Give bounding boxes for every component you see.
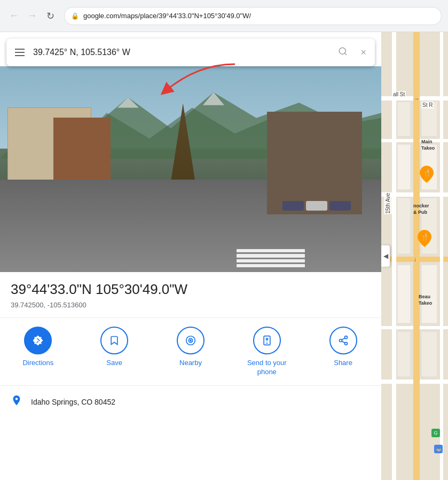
svg-rect-26 xyxy=(440,32,443,480)
action-buttons-row: Directions Save Nearby xyxy=(0,318,381,386)
nav-buttons: ← → ↻ xyxy=(6,9,58,24)
svg-point-12 xyxy=(344,336,347,338)
location-pin-icon xyxy=(11,394,22,409)
svg-marker-5 xyxy=(117,97,139,107)
address-section: Idaho Springs, CO 80452 xyxy=(0,386,381,418)
search-button[interactable] xyxy=(338,47,348,59)
nearby-label: Nearby xyxy=(179,359,202,368)
svg-rect-36 xyxy=(421,331,437,377)
send-to-phone-icon-circle xyxy=(253,327,281,354)
map-road-arrow2: ↓ xyxy=(413,256,416,263)
svg-point-14 xyxy=(344,342,347,345)
svg-rect-24 xyxy=(392,32,396,480)
collapse-panel-button[interactable]: ◀ xyxy=(381,245,390,267)
svg-rect-33 xyxy=(397,265,411,323)
svg-rect-35 xyxy=(397,331,411,377)
svg-line-16 xyxy=(342,338,345,339)
svg-rect-27 xyxy=(397,102,411,136)
menu-icon[interactable] xyxy=(15,49,25,56)
send-to-phone-button[interactable]: Send to yourphone xyxy=(246,327,288,377)
share-button[interactable]: Share xyxy=(322,327,365,368)
svg-point-13 xyxy=(339,339,342,342)
directions-button[interactable]: Directions xyxy=(17,327,59,368)
svg-rect-29 xyxy=(397,144,411,190)
coordinates-decimal: 39.742500, -105.513600 xyxy=(11,301,371,309)
search-bar: 39.7425° N, 105.5136° W × xyxy=(6,38,375,66)
directions-icon-circle xyxy=(24,327,52,354)
map-road-arrow: → xyxy=(413,95,420,103)
svg-line-1 xyxy=(345,53,347,55)
map-background: all St St R 15th Ave → ↓ 🍴 🍴 MainTakeo xyxy=(381,32,448,480)
nearby-button[interactable]: Nearby xyxy=(169,327,212,368)
map-label-main-takeo: MainTakeo xyxy=(421,139,435,151)
send-to-phone-label: Send to yourphone xyxy=(247,359,287,377)
map-label-all-st: all St xyxy=(392,91,406,98)
back-button[interactable]: ← xyxy=(6,9,21,24)
map-label-st-r: St R xyxy=(421,102,434,109)
share-icon-circle xyxy=(329,327,357,354)
map-transit-icon[interactable]: 🚌 xyxy=(434,445,443,453)
restaurant-pin-1[interactable]: 🍴 xyxy=(420,166,434,185)
svg-point-0 xyxy=(340,48,346,54)
save-icon-circle xyxy=(100,327,128,354)
restaurant-pin-2[interactable]: 🍴 xyxy=(418,230,431,249)
address-bar[interactable]: 🔒 google.com/maps/place/39°44'33.0"N+105… xyxy=(64,7,442,25)
forward-button[interactable]: → xyxy=(25,9,40,24)
map-label-nocker-pub: nocker& Pub xyxy=(413,203,429,215)
directions-label: Directions xyxy=(22,359,53,368)
right-panel-map[interactable]: all St St R 15th Ave → ↓ 🍴 🍴 MainTakeo xyxy=(381,32,448,480)
reload-button[interactable]: ↻ xyxy=(43,9,58,24)
svg-point-9 xyxy=(190,340,191,341)
map-green-icon[interactable]: G xyxy=(431,429,440,437)
map-label-15th-ave: 15th Ave xyxy=(384,192,392,214)
clear-search-button[interactable]: × xyxy=(360,47,366,58)
street-view-image[interactable] xyxy=(0,66,381,272)
nearby-icon-circle xyxy=(177,327,205,354)
save-button[interactable]: Save xyxy=(93,327,136,368)
lock-icon: 🔒 xyxy=(71,12,79,20)
svg-text:🍴: 🍴 xyxy=(423,168,431,176)
save-label: Save xyxy=(106,359,122,368)
svg-text:🍴: 🍴 xyxy=(421,233,429,241)
browser-chrome: ← → ↻ 🔒 google.com/maps/place/39°44'33.0… xyxy=(0,0,448,32)
location-info: 39°44'33.0"N 105°30'49.0"W 39.742500, -1… xyxy=(0,272,381,318)
search-query[interactable]: 39.7425° N, 105.5136° W xyxy=(33,48,329,57)
address-text: Idaho Springs, CO 80452 xyxy=(31,398,115,406)
svg-rect-31 xyxy=(397,198,411,254)
map-label-beau-takeo: BeauTakeo xyxy=(419,294,432,306)
coordinates-dms: 39°44'33.0"N 105°30'49.0"W xyxy=(11,281,371,299)
url-text: google.com/maps/place/39°44'33.0"N+105°3… xyxy=(83,12,251,20)
left-panel: 39.7425° N, 105.5136° W × xyxy=(0,32,381,480)
share-label: Share xyxy=(334,359,352,368)
main-layout: 39.7425° N, 105.5136° W × xyxy=(0,32,448,480)
svg-line-15 xyxy=(342,341,345,343)
